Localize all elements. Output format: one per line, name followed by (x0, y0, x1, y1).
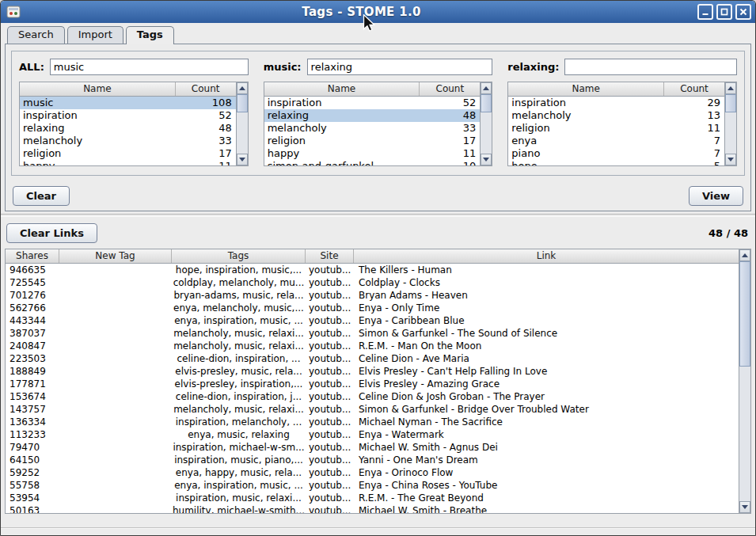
tag-row[interactable]: inspiration52 (264, 97, 481, 109)
tag-row[interactable]: happy11 (264, 147, 481, 160)
tag-row[interactable]: music108 (20, 97, 236, 109)
tag-count-cell: 11 (664, 122, 724, 135)
tag-filter-input[interactable] (50, 59, 249, 75)
tag-row[interactable]: piano7 (508, 147, 724, 160)
scroll-down-button[interactable] (237, 154, 248, 165)
shares-cell: 113233 (6, 428, 59, 441)
name-column-header[interactable]: Name (20, 82, 176, 96)
tab-tags[interactable]: Tags (126, 26, 174, 44)
links-row[interactable]: 177871elvis-presley, inspiration,...yout… (6, 378, 739, 390)
tag-row[interactable]: inspiration29 (508, 97, 724, 109)
close-button[interactable] (735, 4, 751, 20)
links-col-shares[interactable]: Shares (6, 249, 59, 263)
scrollbar-track[interactable] (237, 94, 248, 154)
tag-count-cell: 17 (420, 135, 480, 147)
links-row[interactable]: 136334inspiration, melancholy, ...youtub… (6, 416, 739, 428)
links-row[interactable]: 701276bryan-adams, music, rela...youtub.… (6, 289, 739, 302)
links-col-link[interactable]: Link (354, 249, 739, 263)
links-row[interactable]: 188849elvis-presley, music, rela...youtu… (6, 365, 739, 378)
tag-name-cell: melancholy (508, 109, 664, 122)
links-row[interactable]: 153674celine-dion, inspiration, j...yout… (6, 390, 739, 403)
count-column-header[interactable]: Count (664, 82, 724, 96)
scrollbar-thumb[interactable] (725, 94, 736, 112)
links-col-site[interactable]: Site (306, 249, 354, 263)
tag-row[interactable]: happy11 (20, 160, 236, 165)
site-cell: youtub... (306, 365, 354, 378)
titlebar[interactable]: Tags - STOME 1.0 (1, 1, 755, 23)
links-row[interactable]: 113233enya, music, relaxingyoutub...Enya… (6, 428, 739, 441)
tab-search[interactable]: Search (7, 26, 65, 44)
clear-links-button[interactable]: Clear Links (6, 223, 97, 243)
links-row[interactable]: 79470inspiration, michael-w-sm...youtub.… (6, 441, 739, 454)
view-button[interactable]: View (689, 186, 743, 206)
tag-row[interactable]: religion17 (264, 135, 481, 147)
tab-import[interactable]: Import (67, 26, 123, 44)
links-row[interactable]: 725545coldplay, melancholy, mu...youtub.… (6, 276, 739, 289)
tag-table-scrollbar[interactable] (480, 82, 492, 165)
links-row[interactable]: 387037melancholy, music, relaxi...youtub… (6, 327, 739, 340)
scroll-down-button[interactable] (725, 154, 736, 165)
tag-row[interactable]: relaxing48 (20, 122, 236, 135)
links-row[interactable]: 443344enya, inspiration, music, ...youtu… (6, 314, 739, 327)
links-row[interactable]: 53954inspiration, music, relaxi...youtub… (6, 492, 739, 504)
tag-row[interactable]: religion11 (508, 122, 724, 135)
app-icon (6, 5, 21, 19)
scroll-up-button[interactable] (725, 82, 736, 94)
site-cell: youtub... (306, 492, 354, 504)
tag-row[interactable]: hope5 (508, 160, 724, 165)
links-row[interactable]: 50163humility, michael-w-smith...youtub.… (6, 504, 739, 513)
links-row[interactable]: 59252enya, happy, music, rela...youtub..… (6, 466, 739, 479)
scrollbar-track[interactable] (739, 261, 750, 501)
shares-cell: 136334 (6, 416, 59, 428)
tag-row[interactable]: simon-and-garfunkel10 (264, 160, 481, 165)
scroll-up-button[interactable] (237, 82, 248, 94)
tag-table-scrollbar[interactable] (236, 82, 248, 165)
tag-row[interactable]: enya7 (508, 135, 724, 147)
maximize-button[interactable] (716, 4, 732, 20)
tag-filter-input[interactable] (564, 59, 737, 75)
name-column-header[interactable]: Name (508, 82, 664, 96)
scrollbar-track[interactable] (725, 94, 736, 154)
count-column-header[interactable]: Count (420, 82, 480, 96)
tag-table-header[interactable]: NameCount (264, 82, 481, 97)
tag-table-header[interactable]: NameCount (20, 82, 236, 97)
tag-filter-input[interactable] (307, 59, 493, 75)
scrollbar-thumb[interactable] (739, 261, 750, 367)
clear-button[interactable]: Clear (13, 186, 70, 206)
tag-row[interactable]: relaxing48 (264, 109, 481, 122)
tag-count-cell: 17 (176, 147, 236, 160)
shares-cell: 177871 (6, 378, 59, 390)
scroll-down-button[interactable] (481, 154, 492, 165)
tags-tab-panel: ALL:NameCountmusic108inspiration52relaxi… (5, 44, 751, 211)
links-row[interactable]: 562766enya, melancholy, music,...youtub.… (6, 302, 739, 314)
scrollbar-thumb[interactable] (481, 94, 492, 112)
links-row[interactable]: 240847melancholy, music, relaxi...youtub… (6, 340, 739, 352)
site-cell: youtub... (306, 378, 354, 390)
tag-row[interactable]: religion17 (20, 147, 236, 160)
tag-table-header[interactable]: NameCount (508, 82, 724, 97)
minimize-button[interactable] (697, 4, 713, 20)
scrollbar-track[interactable] (481, 94, 492, 154)
tag-row[interactable]: melancholy33 (20, 135, 236, 147)
count-column-header[interactable]: Count (176, 82, 236, 96)
scroll-up-button[interactable] (739, 249, 750, 261)
tag-table-scrollbar[interactable] (724, 82, 736, 165)
links-row[interactable]: 64150inspiration, music, piano,...youtub… (6, 454, 739, 466)
scrollbar-thumb[interactable] (237, 94, 248, 112)
links-row[interactable]: 223503celine-dion, inspiration, ...youtu… (6, 352, 739, 365)
links-row[interactable]: 946635hope, inspiration, music,...youtub… (6, 264, 739, 276)
tag-row[interactable]: melancholy13 (508, 109, 724, 122)
new-tag-cell (59, 416, 172, 428)
tag-row[interactable]: inspiration52 (20, 109, 236, 122)
tag-row[interactable]: melancholy33 (264, 122, 481, 135)
links-col-tags[interactable]: Tags (172, 249, 306, 263)
links-scrollbar[interactable] (739, 249, 750, 513)
name-column-header[interactable]: Name (264, 82, 420, 96)
links-row[interactable]: 143757melancholy, music, relaxi...youtub… (6, 403, 739, 416)
scroll-up-button[interactable] (481, 82, 492, 94)
links-col-new-tag[interactable]: New Tag (59, 249, 172, 263)
site-cell: youtub... (306, 441, 354, 454)
site-cell: youtub... (306, 340, 354, 352)
scroll-down-button[interactable] (739, 501, 750, 513)
links-row[interactable]: 55758enya, inspiration, music, ...youtub… (6, 479, 739, 492)
